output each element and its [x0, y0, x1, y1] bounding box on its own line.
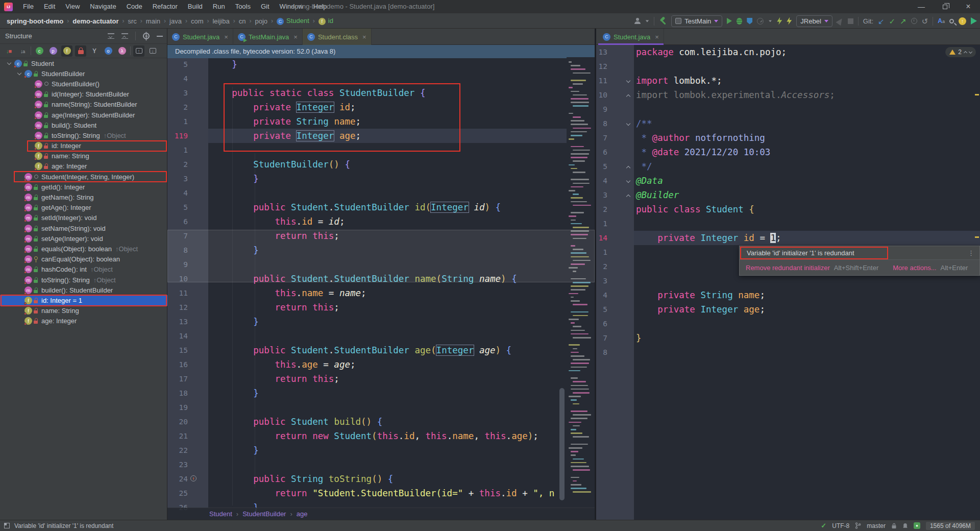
- close-button[interactable]: ×: [957, 0, 980, 13]
- code-line[interactable]: 4: [167, 186, 595, 200]
- code-line[interactable]: 5 private Integer age;: [596, 302, 980, 317]
- tree-item-age-integer[interactable]: fage: Integer: [0, 316, 167, 326]
- code-line[interactable]: 3 }: [167, 172, 595, 186]
- menu-view[interactable]: View: [60, 0, 85, 13]
- profiler-button[interactable]: [757, 18, 764, 25]
- tree-item-build-student[interactable]: mbuild(): Student: [0, 120, 167, 130]
- code-line[interactable]: 4 private String name;: [596, 288, 980, 302]
- code-line[interactable]: 2 StudentBuilder() {: [167, 157, 595, 172]
- sort-alphabetically-icon[interactable]: ↓a: [17, 45, 28, 57]
- updates-icon[interactable]: ↑: [959, 17, 966, 25]
- tree-item-builder-studentbuilder[interactable]: mbuilder(): StudentBuilder: [0, 285, 167, 295]
- user-icon[interactable]: [634, 18, 641, 24]
- code-editor-source[interactable]: 13package com.leijiba.cn.pojo;1211import…: [596, 45, 980, 359]
- code-line[interactable]: 18 }: [167, 386, 595, 400]
- menu-tools[interactable]: Tools: [230, 0, 256, 13]
- tree-item-studentbuilder-[interactable]: mStudentBuilder(): [0, 79, 167, 89]
- vertical-scrollbar[interactable]: [559, 388, 565, 500]
- tree-item-id-integer[interactable]: fid: Integer: [0, 141, 167, 151]
- inspections-widget[interactable]: 2: [945, 47, 976, 57]
- plugin-play-icon[interactable]: [971, 17, 977, 25]
- code-line[interactable]: 6 this.id = id;: [167, 214, 595, 229]
- fold-expand-icon[interactable]: [626, 166, 630, 170]
- breadcrumb-item-demo-actuator[interactable]: demo-actuator: [72, 17, 118, 25]
- expand-all-icon[interactable]: [108, 33, 114, 39]
- lock-icon[interactable]: [891, 523, 897, 529]
- collapse-all-icon[interactable]: [121, 33, 128, 39]
- breadcrumb-item-pojo[interactable]: pojo: [255, 17, 267, 25]
- breadcrumb-item-Student[interactable]: CStudent: [277, 17, 309, 25]
- code-line[interactable]: 12 return this;: [167, 300, 595, 315]
- tree-item-student[interactable]: cStudent: [0, 58, 167, 68]
- code-line[interactable]: 8: [596, 345, 980, 359]
- tree-item-hashcode-int[interactable]: mhashCode(): int↑Object: [0, 264, 167, 275]
- code-line[interactable]: 5 */: [596, 159, 980, 174]
- user-dropdown-icon[interactable]: [646, 20, 649, 22]
- breadcrumb-item-leijiba[interactable]: leijiba: [212, 17, 229, 25]
- code-line[interactable]: 15 public Student.StudentBuilder age(Int…: [167, 343, 595, 357]
- chevron-down-icon[interactable]: [17, 71, 21, 75]
- jrebel-selector[interactable]: JRebel: [796, 15, 832, 27]
- tree-item-id-integer-studentbuilder[interactable]: mid(Integer): StudentBuilder: [0, 89, 167, 100]
- show-properties-icon[interactable]: p: [47, 45, 59, 57]
- code-line[interactable]: 3@Builder: [596, 188, 980, 202]
- encoding-indicator[interactable]: UTF-8: [832, 522, 849, 529]
- fold-expand-icon[interactable]: [626, 94, 630, 99]
- history-icon[interactable]: [911, 18, 917, 24]
- tab-testmain-java[interactable]: CTestMain.java×: [233, 29, 303, 45]
- breadcrumb-item-spring-boot-demo[interactable]: spring-boot-demo: [7, 17, 63, 25]
- code-line[interactable]: 24↑ public String toString() {: [167, 472, 595, 486]
- code-line[interactable]: 3: [596, 274, 980, 288]
- code-line[interactable]: 1: [167, 143, 595, 157]
- fold-collapse-icon[interactable]: [626, 79, 630, 83]
- editor-breadcrumb-age[interactable]: age: [297, 510, 308, 518]
- tab-student-class[interactable]: CStudent.class×: [303, 29, 372, 45]
- code-line[interactable]: 17 return this;: [167, 372, 595, 386]
- search-everywhere-icon[interactable]: [949, 19, 954, 23]
- code-line[interactable]: 5 }: [167, 57, 595, 71]
- tree-item-setname-string-void[interactable]: msetName(String): void: [0, 223, 167, 233]
- show-anonymous-icon[interactable]: o: [103, 45, 114, 57]
- code-line[interactable]: 25 return "Student.StudentBuilder(id=" +…: [167, 486, 595, 500]
- code-line[interactable]: 4: [167, 71, 595, 86]
- build-hammer-icon[interactable]: [659, 17, 667, 25]
- event-badge-icon[interactable]: ●: [914, 522, 920, 529]
- close-icon[interactable]: ×: [655, 33, 659, 41]
- tree-item-age-integer-studentbuilder[interactable]: mage(Integer): StudentBuilder: [0, 110, 167, 120]
- breadcrumb-item-cn[interactable]: cn: [239, 17, 246, 25]
- tab-student-java-right[interactable]: C Student.java ×: [598, 29, 664, 45]
- tree-item-name-string[interactable]: fname: String: [0, 306, 167, 316]
- quick-fix-link[interactable]: Remove redundant initializer: [746, 264, 830, 272]
- code-line[interactable]: 7 * @author notfornothing: [596, 131, 980, 145]
- code-line[interactable]: 4@Data: [596, 174, 980, 188]
- breadcrumb-item-com[interactable]: com: [191, 17, 204, 25]
- more-options-icon[interactable]: ⋮: [968, 249, 974, 257]
- visibility-icon[interactable]: Y: [89, 45, 100, 57]
- tree-item-id-integer-1[interactable]: fid: Integer = 1: [0, 295, 167, 305]
- code-line[interactable]: 7}: [596, 331, 980, 345]
- tree-item-name-string[interactable]: fname: String: [0, 151, 167, 161]
- code-line[interactable]: 20 public Student build() {: [167, 415, 595, 429]
- gear-icon[interactable]: [143, 33, 150, 39]
- code-line[interactable]: 19: [167, 400, 595, 415]
- git-commit-icon[interactable]: ✓: [889, 17, 896, 25]
- tree-item-age-integer[interactable]: fage: Integer: [0, 161, 167, 172]
- fold-collapse-icon[interactable]: [626, 122, 630, 126]
- minimap[interactable]: [567, 57, 595, 508]
- menu-refactor[interactable]: Refactor: [148, 0, 183, 13]
- tree-item-getid-integer[interactable]: mgetId(): Integer: [0, 182, 167, 192]
- tree-item-getage-integer[interactable]: mgetAge(): Integer: [0, 203, 167, 213]
- warning-stripe-mark[interactable]: [975, 94, 979, 95]
- tree-item-getname-string[interactable]: mgetName(): String: [0, 192, 167, 202]
- show-inherited-icon[interactable]: c: [34, 45, 45, 57]
- code-line[interactable]: 3 public static class StudentBuilder {: [167, 86, 595, 100]
- autoscroll-from-source-icon[interactable]: ↓: [147, 45, 158, 57]
- code-line[interactable]: 2 private Integer id;: [167, 100, 595, 114]
- debug-button[interactable]: [737, 18, 742, 25]
- next-warning-icon[interactable]: [969, 50, 972, 53]
- warning-stripe-mark[interactable]: [975, 236, 979, 238]
- code-line[interactable]: 11 this.name = name;: [167, 286, 595, 300]
- code-line[interactable]: 119 private Integer age;: [167, 129, 595, 143]
- prev-warning-icon[interactable]: [964, 51, 967, 55]
- code-line[interactable]: 13package com.leijiba.cn.pojo;: [596, 45, 980, 59]
